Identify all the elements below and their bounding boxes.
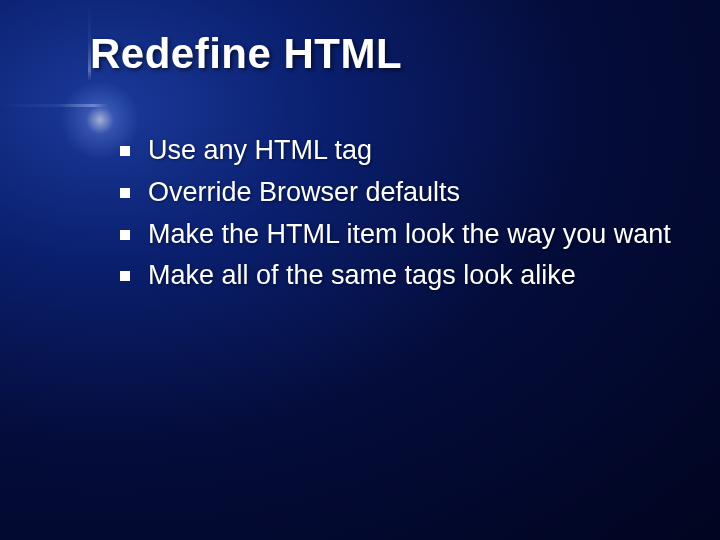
slide-content: Redefine HTML Use any HTML tag Override … [0, 0, 720, 339]
bullet-item: Use any HTML tag [120, 132, 680, 170]
bullet-list: Use any HTML tag Override Browser defaul… [90, 132, 680, 295]
bullet-item: Override Browser defaults [120, 174, 680, 212]
bullet-item: Make the HTML item look the way you want [120, 216, 680, 254]
bullet-item: Make all of the same tags look alike [120, 257, 680, 295]
slide-title: Redefine HTML [90, 30, 680, 78]
